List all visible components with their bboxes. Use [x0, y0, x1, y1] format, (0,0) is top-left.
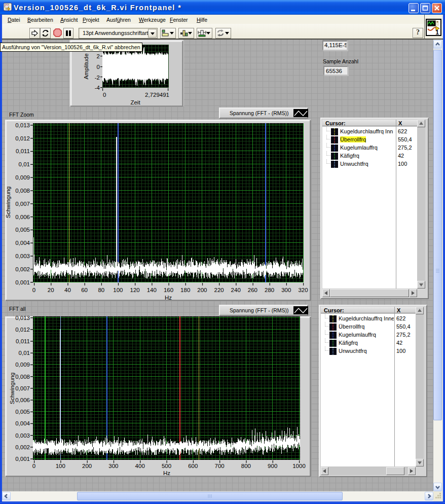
svg-text:0,007: 0,007: [15, 201, 30, 207]
svg-text:600: 600: [188, 463, 198, 469]
svg-text:0,013: 0,013: [15, 315, 30, 321]
svg-text:0,01: 0,01: [19, 161, 30, 167]
svg-text:Schwingung: Schwingung: [5, 187, 11, 219]
svg-text:100: 100: [113, 287, 123, 293]
svg-text:180: 180: [180, 287, 190, 293]
svg-text:0,012: 0,012: [15, 327, 30, 333]
svg-text:0,013: 0,013: [15, 122, 30, 128]
svg-text:0,008: 0,008: [15, 188, 30, 194]
svg-text:500: 500: [162, 463, 171, 469]
svg-text:0: 0: [103, 92, 106, 98]
svg-text:0,001: 0,001: [15, 279, 30, 285]
svg-text:-4: -4: [95, 85, 100, 91]
svg-text:200: 200: [82, 463, 92, 469]
svg-text:Schwingung: Schwingung: [9, 373, 15, 405]
svg-text:0,006: 0,006: [15, 397, 30, 403]
svg-text:0,01: 0,01: [19, 350, 30, 356]
svg-text:300: 300: [281, 287, 291, 293]
svg-text:200: 200: [197, 287, 207, 293]
svg-text:240: 240: [231, 287, 241, 293]
svg-text:0,005: 0,005: [15, 409, 30, 415]
svg-text:900: 900: [268, 463, 277, 469]
svg-text:0,011: 0,011: [16, 148, 30, 154]
svg-text:0,002: 0,002: [15, 266, 30, 272]
svg-text:0,006: 0,006: [15, 214, 30, 220]
svg-text:0,003: 0,003: [15, 433, 30, 439]
svg-text:40: 40: [64, 287, 71, 293]
svg-text:300: 300: [108, 463, 118, 469]
svg-text:1000: 1000: [292, 463, 306, 469]
svg-text:0,003: 0,003: [15, 253, 30, 259]
svg-text:0,009: 0,009: [15, 362, 30, 368]
svg-text:0,005: 0,005: [15, 227, 30, 233]
svg-text:20: 20: [48, 287, 54, 293]
svg-text:120: 120: [130, 287, 140, 293]
svg-text:140: 140: [147, 287, 157, 293]
svg-text:FFT Zoom: FFT Zoom: [9, 112, 34, 118]
svg-text:0,004: 0,004: [15, 240, 30, 246]
svg-text:0: 0: [97, 64, 100, 70]
svg-text:160: 160: [164, 287, 173, 293]
svg-text:320: 320: [298, 287, 308, 293]
svg-text:220: 220: [214, 287, 224, 293]
svg-text:800: 800: [241, 463, 251, 469]
svg-text:0,009: 0,009: [15, 174, 30, 181]
svg-text:0,012: 0,012: [15, 135, 30, 141]
svg-text:700: 700: [215, 463, 225, 469]
svg-text:60: 60: [81, 287, 88, 293]
svg-text:2: 2: [97, 53, 100, 59]
svg-text:Zeit: Zeit: [130, 99, 140, 105]
svg-text:0: 0: [32, 463, 35, 469]
svg-text:260: 260: [248, 287, 257, 293]
svg-text:0,007: 0,007: [15, 385, 30, 391]
svg-text:0,002: 0,002: [15, 444, 30, 450]
svg-text:0,001: 0,001: [15, 456, 30, 462]
svg-text:Amplitude: Amplitude: [83, 53, 89, 79]
svg-text:0,008: 0,008: [15, 374, 30, 380]
svg-text:0: 0: [32, 287, 35, 293]
svg-text:0,004: 0,004: [15, 420, 30, 426]
svg-text:-2: -2: [95, 75, 100, 81]
svg-text:Hz: Hz: [165, 295, 172, 301]
svg-text:0,011: 0,011: [16, 338, 30, 344]
svg-text:80: 80: [98, 287, 104, 293]
svg-text:400: 400: [135, 463, 145, 469]
svg-text:Hz: Hz: [163, 470, 170, 476]
svg-text:2,729491: 2,729491: [145, 92, 169, 98]
svg-text:280: 280: [265, 287, 274, 293]
svg-text:FFT all: FFT all: [9, 306, 25, 312]
svg-text:100: 100: [56, 463, 65, 469]
